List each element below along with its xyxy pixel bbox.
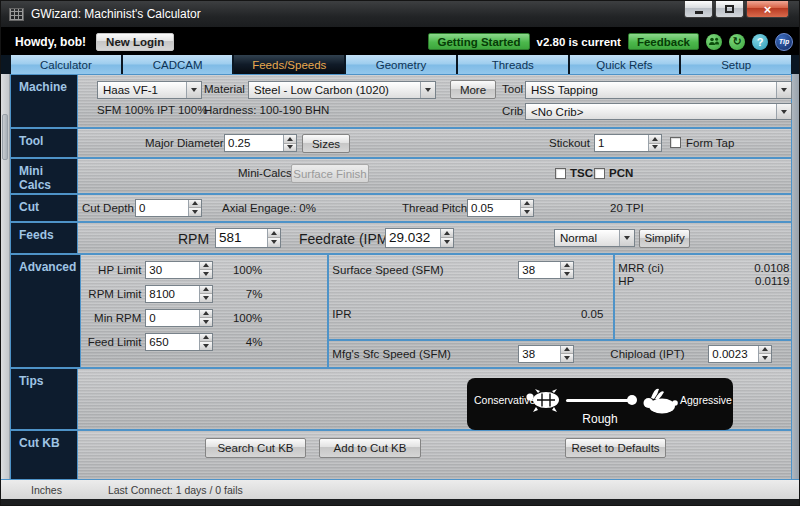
rpm-label: RPM — [178, 231, 209, 247]
slider-track[interactable] — [566, 399, 632, 402]
mfg-sfc-speed-stepper[interactable] — [518, 345, 574, 363]
spinner-down-icon[interactable] — [284, 143, 296, 152]
tab-quick-refs[interactable]: Quick Refs — [570, 55, 680, 74]
tab-geometry[interactable]: Geometry — [346, 55, 456, 74]
feedrate-stepper[interactable] — [385, 228, 454, 248]
tab-cadcam[interactable]: CADCAM — [123, 55, 233, 74]
spinner-up-icon[interactable] — [200, 286, 212, 294]
add-to-cut-kb-button[interactable]: Add to Cut KB — [319, 438, 421, 458]
cut-depth-stepper[interactable] — [135, 199, 202, 217]
spinner-down-icon[interactable] — [649, 143, 661, 152]
min-rpm-stepper[interactable] — [145, 309, 213, 327]
users-icon[interactable] — [706, 34, 722, 50]
maximize-button[interactable] — [715, 1, 744, 18]
material-select[interactable]: Steel - Low Carbon (1020) — [248, 81, 436, 99]
more-button[interactable]: More — [450, 80, 496, 99]
chipload-stepper[interactable] — [708, 345, 772, 363]
chevron-down-icon[interactable] — [186, 82, 201, 98]
stickout-stepper[interactable] — [594, 134, 662, 152]
spinner-down-icon[interactable] — [200, 293, 212, 302]
spinner-down-icon[interactable] — [189, 207, 201, 216]
minimize-button[interactable] — [684, 1, 713, 18]
tab-calculator[interactable]: Calculator — [11, 55, 121, 74]
stickout-input[interactable] — [595, 135, 648, 151]
spinner-down-icon[interactable] — [561, 353, 573, 362]
hp-limit-input[interactable] — [146, 262, 199, 278]
spinner-up-icon[interactable] — [521, 200, 533, 208]
cut-depth-input[interactable] — [136, 200, 188, 216]
spinner-up-icon[interactable] — [649, 135, 661, 143]
tab-feeds-speeds[interactable]: Feeds/Speeds — [234, 55, 344, 74]
spinner-up-icon[interactable] — [759, 346, 771, 354]
feedback-button[interactable]: Feedback — [628, 33, 699, 50]
chevron-down-icon[interactable] — [776, 104, 791, 119]
spinner-down-icon[interactable] — [268, 237, 280, 247]
machine-select[interactable]: Haas VF-1 — [97, 81, 202, 99]
spinner-down-icon[interactable] — [200, 341, 212, 350]
spinner-up-icon[interactable] — [441, 229, 453, 238]
tab-threads[interactable]: Threads — [458, 55, 568, 74]
crib-select[interactable]: <No Crib> — [525, 103, 792, 120]
simplify-button[interactable]: Simplify — [639, 229, 690, 248]
rpm-stepper[interactable] — [215, 228, 281, 248]
surface-speed-input[interactable] — [519, 262, 560, 278]
refresh-icon[interactable]: ↻ — [729, 34, 745, 50]
spinner-up-icon[interactable] — [200, 262, 212, 270]
feed-limit-input[interactable] — [146, 334, 199, 350]
tool-select[interactable]: HSS Tapping — [525, 81, 792, 99]
tip-icon[interactable]: Tip — [775, 33, 793, 51]
getting-started-button[interactable]: Getting Started — [428, 33, 529, 50]
major-diameter-stepper[interactable] — [224, 134, 297, 152]
tpi-text: 20 TPI — [610, 202, 644, 214]
spinner-down-icon[interactable] — [561, 269, 573, 278]
chevron-down-icon[interactable] — [619, 230, 634, 246]
sizes-button[interactable]: Sizes — [302, 134, 350, 153]
tsc-checkbox[interactable] — [555, 168, 566, 179]
mode-select[interactable]: Normal — [554, 229, 635, 247]
major-diameter-input[interactable] — [225, 135, 283, 151]
feedrate-input[interactable] — [386, 229, 440, 247]
new-login-button[interactable]: New Login — [96, 33, 174, 51]
spinner-up-icon[interactable] — [561, 262, 573, 270]
thread-pitch-input[interactable] — [468, 200, 520, 216]
tsc-label: TSC — [570, 167, 593, 179]
cut-body: Cut Depth Axial Engage.: 0% Thread Pitch… — [77, 195, 791, 221]
chevron-down-icon[interactable] — [776, 82, 791, 98]
spinner-down-icon[interactable] — [441, 237, 453, 247]
close-button[interactable]: × — [746, 1, 789, 18]
spinner-down-icon[interactable] — [759, 353, 771, 362]
min-rpm-input[interactable] — [146, 310, 199, 326]
rpm-input[interactable] — [216, 229, 267, 247]
spinner-down-icon[interactable] — [521, 207, 533, 216]
thread-pitch-stepper[interactable] — [467, 199, 534, 217]
form-tap-checkbox[interactable] — [670, 137, 681, 148]
spinner-up-icon[interactable] — [268, 229, 280, 238]
rpm-limit-stepper[interactable] — [145, 285, 213, 303]
units-status: Inches — [31, 484, 62, 496]
spinner-down-icon[interactable] — [200, 269, 212, 278]
slider-handle[interactable] — [627, 395, 637, 405]
rpm-limit-input[interactable] — [146, 286, 199, 302]
pcn-checkbox[interactable] — [594, 168, 605, 179]
feed-limit-stepper[interactable] — [145, 333, 213, 351]
hp-limit-stepper[interactable] — [145, 261, 213, 279]
chevron-down-icon[interactable] — [420, 82, 435, 98]
reset-to-defaults-button[interactable]: Reset to Defaults — [565, 438, 666, 458]
search-cut-kb-button[interactable]: Search Cut KB — [205, 438, 306, 458]
help-icon[interactable]: ? — [752, 34, 768, 50]
spinner-up-icon[interactable] — [200, 334, 212, 342]
spinner-down-icon[interactable] — [200, 317, 212, 326]
surface-finish-button[interactable]: Surface Finish — [291, 164, 369, 183]
scrollbar-thumb[interactable] — [2, 114, 8, 160]
tab-setup[interactable]: Setup — [681, 55, 791, 74]
mfg-sfc-speed-input[interactable] — [519, 346, 560, 362]
min-rpm-label: Min RPM — [81, 312, 141, 324]
spinner-up-icon[interactable] — [284, 135, 296, 143]
surface-speed-stepper[interactable] — [518, 261, 574, 279]
spinner-up-icon[interactable] — [200, 310, 212, 318]
left-scrollbar[interactable] — [1, 74, 10, 479]
spinner-up-icon[interactable] — [189, 200, 201, 208]
chipload-input[interactable] — [709, 346, 758, 362]
main-panel: Machine Haas VF-1 Material Steel - Low C… — [10, 74, 792, 479]
spinner-up-icon[interactable] — [561, 346, 573, 354]
